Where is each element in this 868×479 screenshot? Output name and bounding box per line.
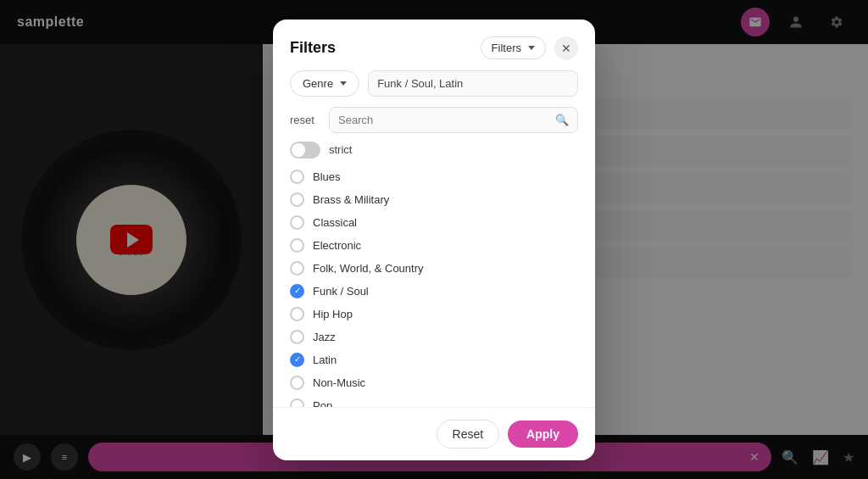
genre-name: Funk / Soul — [313, 285, 369, 298]
reset-button[interactable]: Reset — [437, 420, 500, 448]
reset-search-row: reset 🔍 — [290, 107, 578, 133]
genre-item[interactable]: Brass & Military — [290, 188, 575, 211]
reset-label[interactable]: reset — [290, 114, 320, 126]
genre-checkbox[interactable] — [290, 170, 304, 184]
genre-name: Brass & Military — [313, 193, 389, 206]
genre-name: Pop — [313, 399, 332, 407]
genre-checkbox[interactable] — [290, 261, 304, 276]
filters-pill-label: Filters — [492, 42, 521, 54]
strict-toggle-row: strict — [290, 142, 578, 159]
genre-checkbox[interactable] — [290, 215, 304, 230]
modal-body: Genre Funk / Soul, Latin reset 🔍 strict — [273, 70, 595, 407]
genre-name: Folk, World, & Country — [313, 262, 424, 275]
genre-name: Blues — [313, 170, 341, 183]
genre-dropdown-label: Genre — [303, 77, 333, 90]
genre-item[interactable]: Latin — [290, 348, 575, 371]
genre-name: Electronic — [313, 239, 361, 252]
genre-name: Jazz — [313, 331, 336, 343]
genre-item[interactable]: Blues — [290, 165, 575, 188]
genre-name: Classical — [313, 216, 357, 229]
genre-item[interactable]: Hip Hop — [290, 303, 575, 326]
genre-checkbox[interactable] — [290, 376, 304, 390]
genre-dropdown[interactable]: Genre — [290, 70, 359, 97]
genre-checkbox[interactable] — [290, 330, 304, 344]
genre-item[interactable]: Pop — [290, 394, 575, 407]
genre-checkbox[interactable] — [290, 284, 304, 298]
close-button[interactable]: ✕ — [554, 36, 578, 60]
modal-header: Filters Filters ✕ — [273, 19, 595, 70]
genre-checkbox[interactable] — [290, 238, 304, 253]
genre-name: Non-Music — [313, 376, 365, 389]
genre-item[interactable]: Classical — [290, 211, 575, 234]
filters-modal: Filters Filters ✕ Genre Funk / Soul, Lat… — [273, 19, 595, 460]
genre-item[interactable]: Non-Music — [290, 371, 575, 394]
genre-name: Latin — [313, 354, 337, 366]
filters-pill-button[interactable]: Filters — [481, 36, 546, 59]
genre-item[interactable]: Folk, World, & Country — [290, 257, 575, 280]
genre-chevron-icon — [340, 81, 347, 86]
genre-item[interactable]: Funk / Soul — [290, 280, 575, 303]
toggle-knob — [292, 143, 305, 157]
genre-name: Hip Hop — [313, 308, 353, 320]
genre-value-display: Funk / Soul, Latin — [368, 70, 578, 97]
genre-checkbox[interactable] — [290, 192, 304, 207]
genre-checkbox[interactable] — [290, 398, 304, 407]
strict-toggle[interactable] — [290, 142, 320, 159]
modal-footer: Reset Apply — [273, 407, 595, 460]
search-box[interactable]: 🔍 — [329, 107, 578, 133]
genre-checkbox[interactable] — [290, 307, 304, 321]
modal-title: Filters — [290, 39, 336, 57]
search-input[interactable] — [338, 114, 550, 126]
modal-overlay: Filters Filters ✕ Genre Funk / Soul, Lat… — [0, 0, 868, 479]
chevron-down-icon — [528, 46, 535, 50]
modal-header-right: Filters ✕ — [481, 36, 578, 60]
genre-filter-row: Genre Funk / Soul, Latin — [290, 70, 578, 97]
genre-list: BluesBrass & MilitaryClassicalElectronic… — [290, 165, 578, 407]
genre-item[interactable]: Electronic — [290, 234, 575, 257]
strict-label: strict — [329, 143, 352, 156]
apply-button[interactable]: Apply — [508, 421, 578, 448]
search-icon: 🔍 — [555, 114, 569, 126]
genre-item[interactable]: Jazz — [290, 326, 575, 348]
genre-checkbox[interactable] — [290, 353, 304, 367]
